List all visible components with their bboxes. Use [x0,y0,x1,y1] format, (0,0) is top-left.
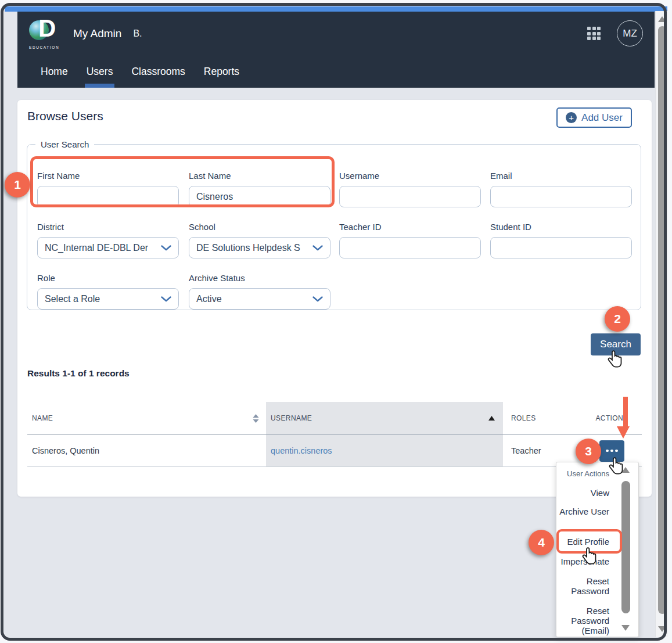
ellipsis-icon [606,450,609,452]
chevron-down-icon [312,296,323,302]
results-table: NAME USERNAME ROLES ACTIONS Cisneros, Qu… [27,402,642,467]
chevron-down-icon [161,296,171,302]
plus-circle-icon: + [566,112,577,123]
district-select[interactable]: NC_Internal DE-DBL Der [37,237,179,258]
cell-name: Cisneros, Quentin [27,435,266,466]
annotation-arrow-head [617,426,630,439]
menu-scrollbar[interactable] [621,467,631,631]
school-select[interactable]: DE Solutions Helpdesk S [189,237,330,258]
annotation-box-name-fields [30,156,335,207]
table-row: Cisneros, Quentin quentin.cisneros Teach… [27,435,642,467]
scroll-up-arrow-icon[interactable] [658,16,666,22]
column-header-name[interactable]: NAME [27,402,266,434]
menu-item-impersonate[interactable]: Impersonate [551,556,609,566]
annotation-step-3: 3 [576,439,601,464]
menu-item-view[interactable]: View [551,488,609,498]
scroll-down-arrow-icon[interactable] [658,626,666,632]
teacher-id-input[interactable] [339,237,481,258]
menu-scroll-down-icon[interactable] [621,625,630,631]
menu-item-reset-password[interactable]: Reset Password [551,576,609,596]
student-id-input[interactable] [490,237,632,258]
results-summary: Results 1-1 of 1 records [27,368,130,379]
column-header-actions: ACTIONS [582,402,642,434]
sort-both-icon[interactable] [253,414,259,423]
avatar[interactable]: MZ [617,20,643,46]
sort-ascending-icon [488,416,495,421]
menu-item-archive-user[interactable]: Archive User [551,507,609,516]
discovery-education-logo: D EDUCATION [29,18,64,49]
column-header-username[interactable]: USERNAME [266,402,503,434]
cell-username: quentin.cisneros [266,435,503,466]
username-link[interactable]: quentin.cisneros [271,446,332,455]
page-scrollbar-thumb[interactable] [658,26,667,614]
student-id-label: Student ID [490,222,632,232]
column-header-roles: ROLES [503,402,582,434]
table-header-row: NAME USERNAME ROLES ACTIONS [27,402,642,435]
page-scrollbar[interactable] [655,11,668,637]
search-button[interactable]: Search [591,333,641,355]
chevron-down-icon [161,245,171,251]
add-user-button[interactable]: + Add User [556,107,632,128]
annotation-step-4: 4 [529,530,554,555]
app-subtitle: B. [133,28,142,39]
annotation-step-1: 1 [5,172,30,197]
nav-item-reports[interactable]: Reports [204,55,239,88]
user-actions-menu-header: User Actions [567,469,609,478]
app-title: My Admin [73,27,121,40]
username-input[interactable] [339,186,481,207]
main-nav: Home Users Classrooms Reports [17,55,655,88]
user-search-legend: User Search [35,139,94,149]
annotation-arrow [623,397,628,428]
username-label: Username [339,171,481,181]
role-select[interactable]: Select a Role [37,288,179,310]
nav-item-classrooms[interactable]: Classrooms [131,55,185,88]
nav-item-users[interactable]: Users [87,55,113,88]
page-title: Browse Users [27,109,103,123]
menu-scroll-up-icon[interactable] [621,467,630,473]
chevron-down-icon [312,245,323,251]
archive-status-select[interactable]: Active [189,288,330,310]
menu-item-reset-password-email[interactable]: Reset Password (Email) [551,606,609,635]
email-input[interactable] [490,186,632,207]
row-actions-button[interactable] [599,440,624,462]
email-label: Email [490,171,632,181]
menu-scrollbar-thumb[interactable] [621,481,630,613]
teacher-id-label: Teacher ID [339,222,481,232]
district-label: District [37,222,179,232]
app-header: D EDUCATION My Admin B. MZ Home Users Cl… [17,12,655,88]
brand-subtext: EDUCATION [29,45,59,49]
archive-status-label: Archive Status [189,273,330,283]
window-accent-bar [5,6,667,12]
annotation-step-2: 2 [605,306,630,332]
apps-grid-icon[interactable] [587,27,601,40]
role-label: Role [37,273,179,283]
brand-letter: D [38,15,56,42]
nav-item-home[interactable]: Home [41,55,68,88]
school-label: School [189,222,330,232]
add-user-label: Add User [581,112,623,124]
annotation-box-edit-profile [556,529,622,554]
